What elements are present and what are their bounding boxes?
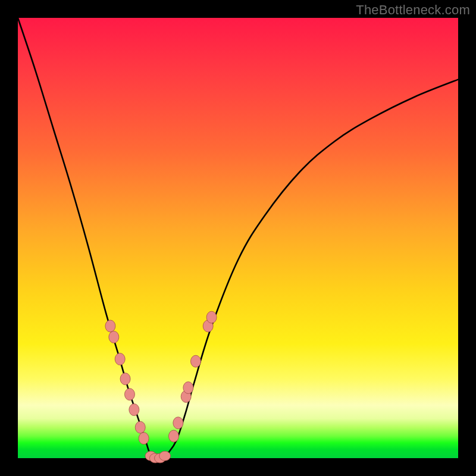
marker-left <box>105 320 115 332</box>
chart-frame: TheBottleneck.com <box>0 0 476 476</box>
plot-area <box>18 18 458 458</box>
marker-right <box>168 430 178 442</box>
marker-right <box>183 382 193 394</box>
marker-left <box>124 389 134 400</box>
marker-left <box>115 353 125 365</box>
marker-left <box>129 404 139 416</box>
data-markers <box>105 311 217 463</box>
bottleneck-curve <box>18 18 458 459</box>
marker-left <box>139 433 149 444</box>
watermark-text: TheBottleneck.com <box>356 2 470 18</box>
marker-left <box>120 373 130 385</box>
marker-right <box>206 311 217 323</box>
marker-left <box>109 331 119 343</box>
marker-right <box>190 355 201 367</box>
marker-bottom <box>159 451 171 461</box>
chart-svg <box>18 18 458 458</box>
marker-right <box>173 417 183 429</box>
marker-left <box>135 421 145 433</box>
